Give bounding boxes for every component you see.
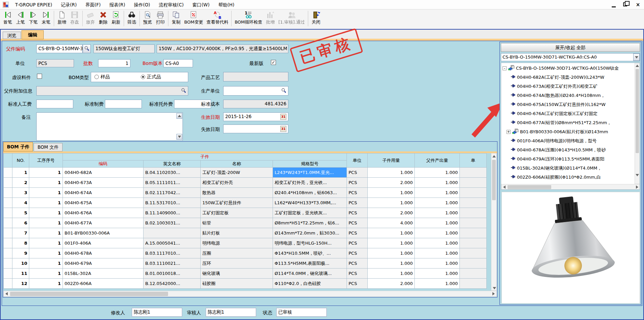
cell[interactable]: 1.000 <box>368 198 415 208</box>
cell[interactable]: 3 <box>12 188 29 198</box>
cell[interactable]: 1.000 <box>415 198 460 208</box>
prev-record-button[interactable]: 上笔 <box>14 10 27 26</box>
tree-vscroll-thumb[interactable] <box>636 69 639 153</box>
cell[interactable]: 相变工矿灯外壳 <box>201 178 273 188</box>
cell[interactable]: 1 <box>29 188 63 198</box>
table-row[interactable]: 121002Z0-606AB.12.0542000...硅胶圈Φ110*Φ2.0… <box>4 279 487 289</box>
remark-scroll-down[interactable] <box>176 134 182 140</box>
cell[interactable]: B.05.1111011... <box>144 178 201 188</box>
table-row[interactable]: 111015BL-302AB.01.0010018...钢化玻璃Ø114*T4.… <box>4 269 487 279</box>
cell[interactable]: 1.000 <box>415 258 460 269</box>
cell[interactable]: 1.000 <box>415 228 460 238</box>
cell[interactable]: Ø240.4*H108mm，铝6063... <box>273 188 347 198</box>
grid-hscrollbar[interactable] <box>3 291 497 297</box>
grid-hscroll-thumb[interactable] <box>10 292 168 296</box>
batch-field[interactable]: 1 <box>98 59 130 67</box>
close-button[interactable]: × <box>635 1 641 8</box>
production-unit-field[interactable] <box>223 86 288 96</box>
cell[interactable]: 1 <box>29 168 63 178</box>
tree-item[interactable]: +B01-BYB00330-006A(贴片灯板)(Ø143mm <box>502 127 635 136</box>
cell[interactable]: 散热器 <box>201 188 273 198</box>
cell[interactable]: 1 <box>29 269 63 279</box>
cell[interactable]: 1.000 <box>415 168 460 178</box>
parent-code-field[interactable]: CS-BYB-O-150MW-3 <box>36 44 83 53</box>
cell[interactable]: 1 <box>29 208 63 218</box>
next-record-button[interactable]: 下笔 <box>27 10 40 26</box>
scroll-down-arrow[interactable] <box>491 285 497 291</box>
cell[interactable] <box>460 279 487 289</box>
cell[interactable]: 铝管 <box>201 218 273 228</box>
cell[interactable]: 1.000 <box>368 248 415 258</box>
cell[interactable]: 贴片灯板 <box>201 228 273 238</box>
expire-date-field[interactable] <box>223 125 288 133</box>
cell[interactable]: PCS <box>347 279 368 289</box>
cell[interactable]: 1 <box>29 228 63 238</box>
cell[interactable]: 7 <box>12 228 29 238</box>
cell[interactable] <box>460 168 487 178</box>
col-seq[interactable]: 工序序号 <box>29 153 63 168</box>
tab-bom-files[interactable]: BOM 文件 <box>34 143 63 151</box>
cell[interactable]: 11 <box>12 269 29 279</box>
cell[interactable]: 4 <box>12 198 29 208</box>
cell[interactable]: 5 <box>12 208 29 218</box>
cell[interactable]: 1 <box>29 178 63 188</box>
cell[interactable]: 10 <box>12 258 29 269</box>
cell[interactable]: 004H0-679A <box>63 258 144 269</box>
tree-item[interactable]: 001F0-406A(明纬电源)(明纬电源，型号 <box>502 136 635 145</box>
cell[interactable] <box>144 228 201 238</box>
cell[interactable] <box>460 208 487 218</box>
copy-button[interactable]: 复制 <box>170 10 183 26</box>
cell[interactable]: 1.000 <box>368 188 415 198</box>
bom-loop-check-button[interactable]: 1BOM循环检查 <box>233 10 264 26</box>
std-mfg-field[interactable] <box>105 100 142 108</box>
table-row[interactable]: 71B01-BYB00330-006A贴片灯板Ø143mm*T2.0mm，贴30… <box>4 228 487 238</box>
menu-app[interactable]: T-GROUP ERP(E) <box>11 0 56 9</box>
cell[interactable] <box>460 269 487 279</box>
cell[interactable] <box>460 178 487 188</box>
cell[interactable]: 004H0-676A <box>63 208 144 218</box>
official-radio[interactable] <box>141 75 145 79</box>
cell[interactable]: 8 <box>12 238 29 248</box>
table-row[interactable]: 101004H0-679AB.03.1110021...压环Φ113.5*H5M… <box>4 258 487 269</box>
table-row[interactable]: 31004H0-674AB.02.1117042...散热器Ø240.4*H10… <box>4 188 487 198</box>
cell[interactable]: Ø114*T4.0MM，钢化玻璃... <box>273 269 347 279</box>
effective-date-field[interactable]: 2015-11-26 <box>223 112 288 121</box>
tree-item[interactable]: 004H0-682A(工矿灯-顶盖-200W)(L243*W <box>502 73 635 82</box>
cell[interactable]: 1.000 <box>415 238 460 248</box>
tree-item[interactable]: 004H0-676A(工矿灯固定板)(工矿灯固定 <box>502 109 635 118</box>
tree-item[interactable]: 002Z0-606A(硅胶圈)(Φ110*Φ2.0mm,白 <box>502 173 635 182</box>
row-selector[interactable] <box>4 218 12 228</box>
expand-box-icon[interactable]: + <box>507 130 511 134</box>
cell[interactable]: 1.000 <box>368 168 415 178</box>
bom-version-field[interactable]: CS-A0 <box>163 59 193 67</box>
tab-edit[interactable]: 编辑 <box>22 30 44 39</box>
tree-root[interactable]: -CS-BYB-O-150MW-30D71-WCTKG-A0(150W钛金 <box>502 64 635 73</box>
cell[interactable]: 9 <box>12 248 29 258</box>
bom-version-select[interactable]: CS-BYB-O-150MW-30D71-WCTKG-A0:CS-A0 <box>501 53 640 61</box>
menu-item[interactable]: 窗口(W) <box>188 0 214 9</box>
col-en-name[interactable]: 英文名称 <box>144 161 201 168</box>
row-selector[interactable] <box>4 178 12 188</box>
scroll-up-arrow[interactable] <box>635 63 640 68</box>
row-selector[interactable] <box>4 198 12 208</box>
cell[interactable]: PCS <box>347 228 368 238</box>
cell[interactable]: 150W工矿灯悬挂件 <box>201 198 273 208</box>
cell[interactable]: 压圈 <box>201 248 273 258</box>
tree-item[interactable]: 004H0-679A(压环)(Φ113.5*H5MM,表面阳 <box>502 154 635 164</box>
scroll-right-arrow[interactable] <box>634 184 640 190</box>
col-name[interactable]: 名称 <box>201 161 273 168</box>
table-row[interactable]: 11004H0-682AB.04.1102030...工矿灯-顶盖-200WL2… <box>4 168 487 178</box>
tree-vscrollbar[interactable] <box>635 63 640 184</box>
collapse-box-icon[interactable]: - <box>502 66 507 70</box>
expand-collapse-all-button[interactable]: 展开/收起 全部 <box>501 43 640 52</box>
cell[interactable]: 1.000 <box>368 258 415 269</box>
tree-item[interactable]: 004H0-677A(铝管)(Ø8mm*H51*T2.25mm， <box>502 118 635 127</box>
cell[interactable]: 1.000 <box>415 218 460 228</box>
cell[interactable]: 1 <box>29 279 63 289</box>
cell[interactable]: B.03.1110021... <box>144 258 201 269</box>
cell[interactable]: 1.000 <box>415 269 460 279</box>
cell[interactable]: 12 <box>12 279 29 289</box>
cell[interactable]: 相变工矿灯外壳，亚光铁... <box>273 178 347 188</box>
sample-radio[interactable] <box>94 75 99 79</box>
cell[interactable]: 硅胶圈 <box>201 279 273 289</box>
